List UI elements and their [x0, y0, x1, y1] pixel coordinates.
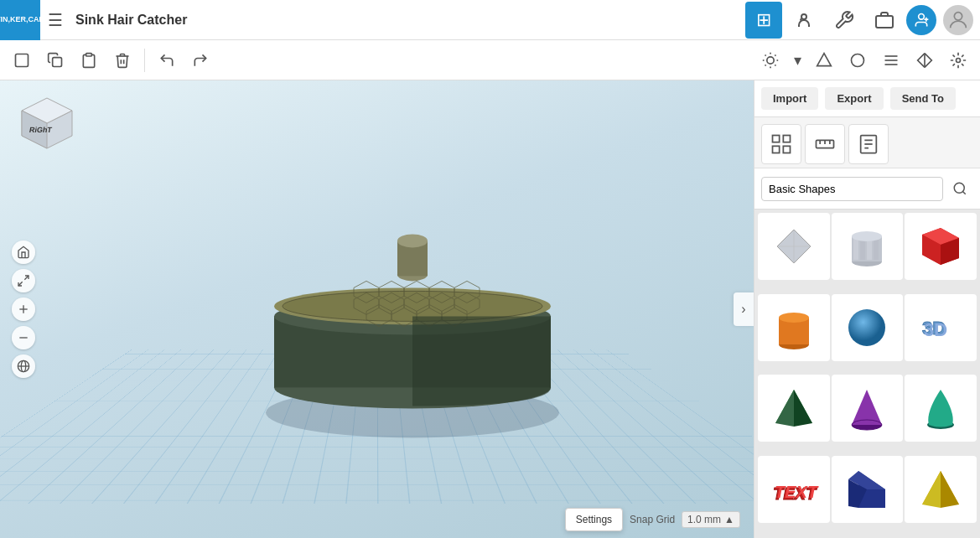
- svg-point-45: [397, 234, 428, 247]
- right-panel: Import Export Send To Basic Shapes Lette…: [754, 80, 980, 538]
- svg-rect-8: [86, 53, 92, 55]
- bottom-status: Settings Snap Grid 1.0 mm ▲: [565, 508, 740, 531]
- group-button[interactable]: [943, 45, 973, 75]
- snap-grid-label: Snap Grid: [630, 514, 675, 525]
- svg-marker-96: [922, 471, 941, 508]
- svg-rect-67: [853, 238, 858, 260]
- svg-point-0: [801, 14, 806, 19]
- import-button[interactable]: Import: [761, 87, 818, 110]
- svg-marker-83: [794, 390, 812, 427]
- svg-point-5: [954, 12, 962, 19]
- shape-item-cone-teal[interactable]: [905, 375, 977, 442]
- project-title: Sink Hair Catcher: [70, 13, 745, 28]
- rpanel-views: [754, 117, 980, 168]
- delete-button[interactable]: [107, 45, 137, 75]
- perspective-button[interactable]: [12, 354, 35, 378]
- light-dropdown-button[interactable]: ▾: [789, 45, 806, 75]
- svg-marker-18: [817, 53, 832, 65]
- shape-search-button[interactable]: [946, 175, 973, 202]
- send-to-button[interactable]: Send To: [890, 87, 956, 110]
- shape-item-pyramid-green[interactable]: [758, 375, 830, 442]
- briefcase-button[interactable]: [866, 2, 903, 39]
- svg-point-2: [919, 13, 925, 19]
- svg-text:3D: 3D: [924, 319, 947, 340]
- settings-popup: Settings: [565, 508, 623, 531]
- export-button[interactable]: Export: [825, 87, 883, 110]
- panel-toggle-button[interactable]: ›: [734, 292, 754, 326]
- home-button[interactable]: [12, 241, 35, 264]
- add-user-button[interactable]: [906, 5, 936, 35]
- shape-item-cube-red[interactable]: [905, 213, 977, 280]
- svg-text:RiGhT: RiGhT: [29, 126, 53, 134]
- zoom-in-button[interactable]: [12, 297, 35, 321]
- svg-rect-70: [874, 238, 879, 260]
- 3d-object: [236, 207, 589, 462]
- light-button[interactable]: [755, 45, 786, 75]
- shape-filled-button[interactable]: [843, 45, 873, 75]
- svg-point-79: [848, 309, 885, 346]
- grid-view-button[interactable]: ⊞: [745, 2, 782, 39]
- svg-rect-50: [783, 146, 790, 153]
- viewport[interactable]: RiGhT: [0, 80, 754, 538]
- shape-item-text-red[interactable]: TEXT TEXT: [758, 456, 830, 523]
- svg-rect-49: [773, 146, 780, 153]
- svg-line-12: [765, 54, 766, 55]
- shape-item-cylinder-orange[interactable]: [758, 294, 830, 361]
- shape-selector: Basic Shapes Letters Math Tech: [754, 168, 980, 210]
- svg-line-16: [765, 65, 766, 65]
- shape-item-sphere-blue[interactable]: [832, 294, 904, 361]
- fit-view-button[interactable]: [12, 269, 35, 292]
- svg-marker-84: [775, 390, 794, 427]
- svg-point-19: [852, 54, 864, 66]
- toolbar: ▾: [0, 40, 980, 80]
- shape-item-cone-purple[interactable]: [832, 375, 904, 442]
- shape-category-dropdown[interactable]: Basic Shapes Letters Math Tech: [761, 177, 943, 201]
- snap-grid-value[interactable]: 1.0 mm ▲: [682, 511, 740, 528]
- svg-point-9: [767, 56, 774, 63]
- shape-item-box-diamond[interactable]: [758, 213, 830, 280]
- svg-rect-6: [16, 54, 29, 66]
- mirror-button[interactable]: [910, 45, 940, 75]
- svg-line-30: [18, 282, 23, 286]
- shape-item-3d-text[interactable]: 3D 3D: [905, 294, 977, 361]
- view-cube[interactable]: RiGhT: [13, 94, 80, 161]
- hand-tool-button[interactable]: [786, 2, 822, 39]
- svg-line-13: [775, 65, 775, 65]
- svg-rect-1: [876, 16, 893, 28]
- svg-point-24: [957, 58, 961, 62]
- svg-line-17: [775, 54, 775, 55]
- grid-view-btn[interactable]: [761, 124, 801, 164]
- rpanel-actions: Import Export Send To: [754, 80, 980, 117]
- svg-line-29: [24, 276, 29, 280]
- shape-item-prism-blue[interactable]: [832, 456, 904, 523]
- svg-marker-95: [941, 471, 959, 508]
- svg-line-60: [962, 191, 965, 194]
- svg-point-71: [852, 231, 882, 241]
- svg-rect-7: [53, 57, 62, 66]
- shape-item-pyramid-yellow[interactable]: [905, 456, 977, 523]
- logo-text: TIN,KER,CAD: [0, 16, 44, 24]
- zoom-out-button[interactable]: [12, 326, 35, 349]
- left-controls: [12, 241, 35, 378]
- new-button[interactable]: [7, 45, 37, 75]
- toolbar-right: ▾: [755, 45, 973, 75]
- settings-label: Settings: [576, 514, 612, 525]
- chevron-right-icon: ›: [741, 302, 745, 317]
- redo-button[interactable]: [185, 45, 215, 75]
- shape-item-cylinder-stripe[interactable]: [832, 213, 904, 280]
- shape-outline-button[interactable]: [809, 45, 839, 75]
- svg-rect-48: [783, 136, 790, 142]
- copy-button[interactable]: [74, 45, 104, 75]
- duplicate-button[interactable]: [40, 45, 70, 75]
- svg-point-59: [954, 183, 964, 193]
- build-tool-button[interactable]: [826, 2, 863, 39]
- avatar[interactable]: [943, 5, 973, 35]
- menu-button[interactable]: ☰: [40, 0, 70, 40]
- notes-view-btn[interactable]: [848, 124, 889, 164]
- undo-button[interactable]: [152, 45, 182, 75]
- ruler-view-btn[interactable]: [805, 124, 845, 164]
- align-button[interactable]: [876, 45, 906, 75]
- svg-point-78: [779, 313, 809, 323]
- main-area: RiGhT: [0, 80, 980, 538]
- toolbar-separator-1: [144, 49, 145, 72]
